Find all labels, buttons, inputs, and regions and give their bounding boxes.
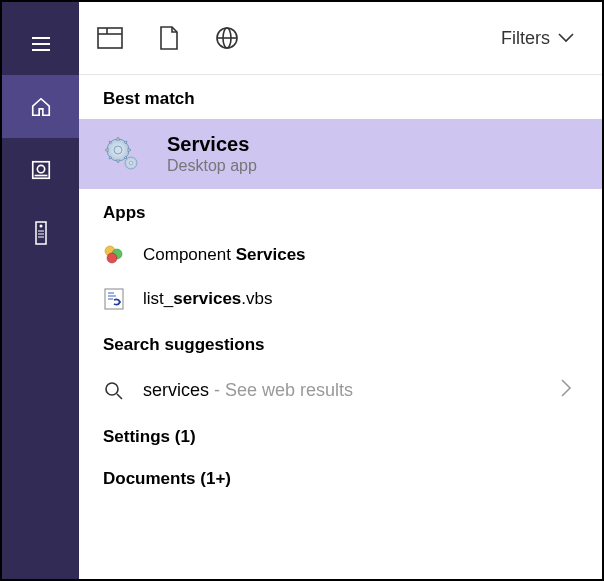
svg-point-7 bbox=[39, 224, 42, 227]
svg-point-23 bbox=[107, 253, 117, 263]
svg-rect-24 bbox=[105, 289, 123, 309]
best-match-subtitle: Desktop app bbox=[167, 157, 257, 175]
hamburger-menu-button[interactable] bbox=[2, 12, 79, 75]
globe-icon bbox=[215, 26, 239, 50]
best-match-item[interactable]: Services Desktop app bbox=[79, 119, 602, 189]
best-match-title: Services bbox=[167, 133, 257, 156]
image-icon bbox=[30, 159, 52, 181]
remote-icon bbox=[33, 220, 49, 246]
apps-tab[interactable] bbox=[97, 27, 123, 49]
search-suggestion-item[interactable]: services - See web results bbox=[79, 365, 602, 416]
document-icon bbox=[159, 26, 179, 50]
svg-point-20 bbox=[129, 161, 133, 165]
home-button[interactable] bbox=[2, 75, 79, 138]
suggestion-text: services - See web results bbox=[143, 380, 542, 401]
remote-scope-button[interactable] bbox=[2, 201, 79, 264]
app-item-label: Component Services bbox=[143, 245, 306, 265]
filters-label: Filters bbox=[501, 28, 550, 49]
svg-line-26 bbox=[117, 394, 122, 399]
hamburger-icon bbox=[29, 32, 53, 56]
sidebar bbox=[2, 2, 79, 579]
search-icon bbox=[103, 380, 125, 402]
app-item-label: list_services.vbs bbox=[143, 289, 273, 309]
web-tab[interactable] bbox=[215, 26, 239, 50]
category-documents[interactable]: Documents (1+) bbox=[79, 458, 602, 500]
window-icon bbox=[97, 27, 123, 49]
best-match-header: Best match bbox=[79, 75, 602, 119]
svg-point-18 bbox=[114, 146, 122, 154]
apps-header: Apps bbox=[79, 189, 602, 233]
filters-button[interactable]: Filters bbox=[501, 28, 574, 49]
app-item-component-services[interactable]: Component Services bbox=[79, 233, 602, 277]
main-panel: Filters Best match bbox=[79, 2, 602, 579]
documents-tab[interactable] bbox=[159, 26, 179, 50]
chevron-right-icon bbox=[560, 378, 572, 403]
topbar: Filters bbox=[79, 2, 602, 75]
svg-point-4 bbox=[37, 165, 44, 172]
services-icon bbox=[103, 135, 141, 173]
app-item-list-services-vbs[interactable]: list_services.vbs bbox=[79, 277, 602, 321]
component-services-icon bbox=[103, 244, 125, 266]
category-settings[interactable]: Settings (1) bbox=[79, 416, 602, 458]
svg-rect-11 bbox=[98, 28, 122, 48]
vbs-file-icon bbox=[103, 288, 125, 310]
results-content: Best match bbox=[79, 75, 602, 579]
image-scope-button[interactable] bbox=[2, 138, 79, 201]
search-suggestions-header: Search suggestions bbox=[79, 321, 602, 365]
home-icon bbox=[30, 96, 52, 118]
chevron-down-icon bbox=[558, 33, 574, 43]
svg-point-25 bbox=[106, 383, 118, 395]
